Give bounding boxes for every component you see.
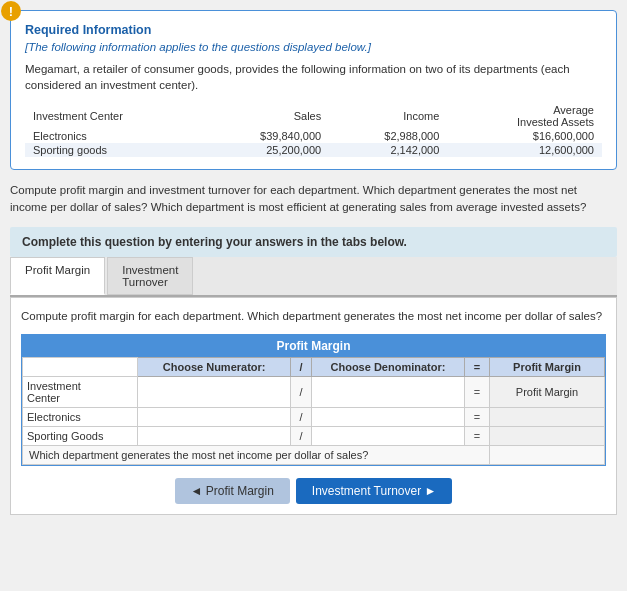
result-input-2[interactable] [494,429,600,443]
col-header-assets: Average Invested Assets [447,103,602,129]
col-header-denominator: Choose Denominator: [311,357,464,376]
row-sales-electronics: $39,840,000 [201,129,329,143]
col-header-center: Investment Center [25,103,201,129]
numerator-input-0[interactable] [142,385,286,399]
row-income-electronics: $2,988,000 [329,129,447,143]
row-label-sporting: Sporting goods [25,143,201,157]
row-denominator-2[interactable] [311,426,464,445]
tab-profit-margin[interactable]: Profit Margin [10,257,105,295]
tab-desc: Compute profit margin for each departmen… [21,308,606,324]
profit-margin-header: Profit Margin [22,335,605,357]
eq-1: = [465,407,490,426]
numerator-input-1[interactable] [142,410,286,424]
table-row-investment-center: Investment Center / = Profit Margin [23,376,605,407]
row-label-0: Investment Center [23,376,138,407]
col-header-sales: Sales [201,103,329,129]
result-input-1[interactable] [494,410,600,424]
required-subtitle: [The following information applies to th… [25,41,602,53]
slash-2: / [291,426,312,445]
tabs-row: Profit Margin Investment Turnover [10,257,617,297]
info-icon: ! [1,1,21,21]
row-assets-sporting: 12,600,000 [447,143,602,157]
denominator-input-2[interactable] [316,429,460,443]
btn-row: ◄ Profit Margin Investment Turnover ► [21,478,606,504]
slash-1: / [291,407,312,426]
tab-content: Compute profit margin for each departmen… [10,297,617,515]
bottom-question-row: Which department generates the most net … [23,445,605,464]
result-1[interactable] [489,407,604,426]
tab-investment-turnover[interactable]: Investment Turnover [107,257,193,295]
row-numerator-0[interactable] [137,376,290,407]
complete-text: Complete this question by entering your … [22,235,407,249]
row-denominator-0[interactable] [311,376,464,407]
eq-2: = [465,426,490,445]
prev-button[interactable]: ◄ Profit Margin [175,478,290,504]
row-assets-electronics: $16,600,000 [447,129,602,143]
table-row: Electronics $39,840,000 $2,988,000 $16,6… [25,129,602,143]
question-text: Compute profit margin and investment tur… [10,182,617,217]
row-numerator-2[interactable] [137,426,290,445]
table-row-sporting-goods: Sporting Goods / = [23,426,605,445]
col-header-blank [23,357,138,376]
row-sales-sporting: 25,200,000 [201,143,329,157]
required-title: Required Information [25,23,602,37]
required-desc: Megamart, a retailer of consumer goods, … [25,61,602,93]
row-numerator-1[interactable] [137,407,290,426]
complete-box: Complete this question by entering your … [10,227,617,257]
slash-0: / [291,376,312,407]
bottom-answer-input[interactable] [492,448,602,462]
data-table: Investment Center Sales Income Average I… [25,103,602,157]
bottom-question-text: Which department generates the most net … [23,445,490,464]
result-0: Profit Margin [489,376,604,407]
required-info-box: ! Required Information [The following in… [10,10,617,170]
table-row-electronics: Electronics / = [23,407,605,426]
row-label-electronics: Electronics [25,129,201,143]
profit-margin-table-wrap: Profit Margin Choose Numerator: / Choose… [21,334,606,466]
row-label-2: Sporting Goods [23,426,138,445]
denominator-input-0[interactable] [316,385,460,399]
denominator-input-1[interactable] [316,410,460,424]
bottom-answer-cell[interactable] [489,445,604,464]
col-header-eq: = [465,357,490,376]
col-header-result: Profit Margin [489,357,604,376]
row-label-1: Electronics [23,407,138,426]
result-2[interactable] [489,426,604,445]
eq-0: = [465,376,490,407]
col-header-numerator: Choose Numerator: [137,357,290,376]
profit-margin-table: Choose Numerator: / Choose Denominator: … [22,357,605,465]
col-header-income: Income [329,103,447,129]
next-button[interactable]: Investment Turnover ► [296,478,453,504]
row-income-sporting: 2,142,000 [329,143,447,157]
numerator-input-2[interactable] [142,429,286,443]
row-denominator-1[interactable] [311,407,464,426]
table-row: Sporting goods 25,200,000 2,142,000 12,6… [25,143,602,157]
col-header-slash: / [291,357,312,376]
